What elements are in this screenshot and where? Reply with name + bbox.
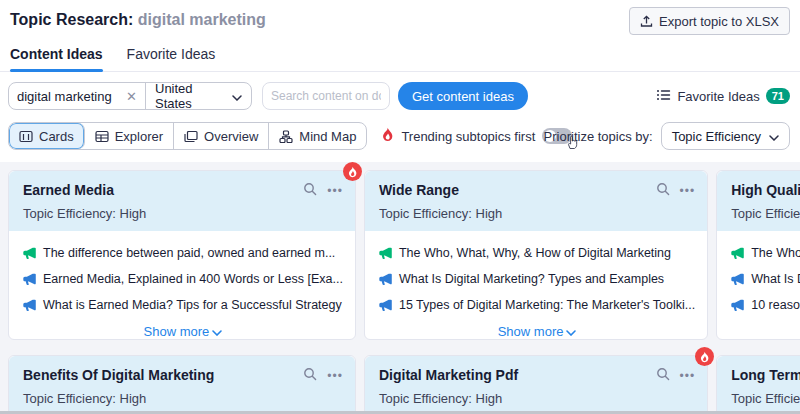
view-mind-map[interactable]: Mind Map (269, 123, 366, 149)
prioritize-value: Topic Efficiency (672, 129, 761, 144)
flame-icon (381, 127, 394, 145)
search-icon[interactable] (656, 182, 670, 200)
more-actions-icon[interactable]: ••• (327, 186, 343, 196)
get-content-ideas-button[interactable]: Get content ideas (398, 82, 528, 110)
tab-content-ideas[interactable]: Content Ideas (10, 46, 103, 71)
export-label: Export topic to XLSX (659, 14, 779, 29)
idea-text: 15 Types of Digital Marketing: The Marke… (399, 298, 695, 312)
view-explorer-label: Explorer (115, 129, 163, 144)
favorite-ideas-label: Favorite Ideas (677, 89, 759, 104)
search-icon[interactable] (303, 367, 317, 385)
cards-grid: Earned Media ••• Topic Efficiency: High … (8, 170, 792, 414)
list-icon (657, 89, 671, 104)
domain-search-input[interactable] (262, 82, 390, 110)
overview-view-icon (184, 130, 198, 143)
view-cards[interactable]: Cards (9, 123, 85, 149)
view-cards-label: Cards (39, 129, 74, 144)
trending-flame-badge (343, 162, 362, 181)
card-header: Benefits Of Digital Marketing ••• Topic … (9, 356, 355, 414)
show-more-link[interactable]: Show more (731, 324, 800, 339)
card-header: Earned Media ••• Topic Efficiency: High (9, 171, 355, 231)
export-button[interactable]: Export topic to XLSX (629, 7, 790, 35)
query-group: ✕ United States (8, 82, 252, 110)
card-title: Benefits Of Digital Marketing (23, 367, 303, 383)
controls-row: Cards Explorer Overview (8, 122, 792, 150)
card-efficiency: Topic Efficiency: High (23, 206, 343, 221)
cards-view-icon (19, 130, 33, 143)
megaphone-icon (379, 272, 392, 288)
cards-area: Earned Media ••• Topic Efficiency: High … (0, 162, 800, 414)
idea-text: Earned Media, Explained in 400 Words or … (43, 272, 343, 286)
card-title: High Quality (731, 182, 800, 198)
explorer-view-icon (95, 130, 109, 143)
view-overview-label: Overview (204, 129, 258, 144)
trending-flame-badge (695, 347, 714, 366)
show-more-label: Show more (498, 324, 564, 339)
card-body: The Who, What, Why, & How of Digital Mar… (365, 231, 707, 349)
query-input-wrap: ✕ (9, 83, 146, 109)
export-icon (640, 15, 653, 28)
more-actions-icon[interactable]: ••• (680, 371, 696, 381)
megaphone-icon (731, 298, 744, 314)
idea-item[interactable]: Earned Media, Explained in 400 Words or … (23, 272, 343, 288)
idea-item[interactable]: What Is Digital Marketing? Types and Exa… (379, 272, 695, 288)
view-explorer[interactable]: Explorer (85, 123, 174, 149)
idea-text: What Is Digital Marketing? Types and Exa… (751, 272, 800, 286)
card-efficiency: Topic Efficiency: High (379, 391, 695, 406)
region-select[interactable]: United States (146, 83, 251, 109)
idea-item[interactable]: The Who, What, Why, & How of Digital Mar… (731, 246, 800, 262)
main-tabs: Content Ideas Favorite Ideas (0, 46, 800, 72)
card-efficiency: Topic Efficiency: High (23, 391, 343, 406)
favorite-ideas-link[interactable]: Favorite Ideas 71 (657, 88, 790, 104)
view-mind-map-label: Mind Map (299, 129, 356, 144)
topic-card: High Quality ••• Topic Efficiency: High … (716, 170, 800, 340)
clear-query-icon[interactable]: ✕ (126, 90, 137, 103)
view-overview[interactable]: Overview (174, 123, 269, 149)
page-title-prefix: Topic Research: (10, 11, 133, 28)
search-icon[interactable] (656, 367, 670, 385)
megaphone-icon (731, 246, 744, 262)
topic-query-input[interactable] (17, 89, 126, 104)
card-title: Earned Media (23, 182, 303, 198)
topic-card: Digital Marketing Pdf ••• Topic Efficien… (364, 355, 708, 414)
card-actions: ••• (303, 367, 343, 385)
card-body: The difference between paid, owned and e… (9, 231, 355, 349)
megaphone-icon (379, 298, 392, 314)
topic-card: Earned Media ••• Topic Efficiency: High … (8, 170, 356, 340)
idea-item[interactable]: 15 Types of Digital Marketing: The Marke… (379, 298, 695, 314)
mind-map-view-icon (279, 130, 293, 143)
megaphone-icon (731, 272, 744, 288)
show-more-link[interactable]: Show more (23, 324, 343, 339)
more-actions-icon[interactable]: ••• (327, 371, 343, 381)
more-actions-icon[interactable]: ••• (680, 186, 696, 196)
idea-item[interactable]: 10 reasons you need a digital marketing … (731, 298, 800, 314)
idea-text: What is Earned Media? Tips for a Success… (43, 298, 342, 312)
idea-item[interactable]: The difference between paid, owned and e… (23, 246, 343, 262)
idea-item[interactable]: The Who, What, Why, & How of Digital Mar… (379, 246, 695, 262)
card-efficiency: Topic Efficiency: High (379, 206, 695, 221)
show-more-link[interactable]: Show more (379, 324, 695, 339)
card-actions: ••• (656, 182, 696, 200)
megaphone-icon (23, 246, 36, 262)
app-header: Topic Research: digital marketing Export… (0, 0, 800, 29)
idea-text: The Who, What, Why, & How of Digital Mar… (751, 246, 800, 260)
card-header: High Quality ••• Topic Efficiency: High (717, 171, 800, 231)
idea-text: The difference between paid, owned and e… (43, 246, 335, 260)
card-title: Long Term (731, 367, 800, 383)
card-efficiency: Topic Efficiency: High (731, 206, 800, 221)
trending-label: Trending subtopics first (401, 129, 535, 144)
prioritize-label: Prioritize topics by: (544, 129, 653, 144)
prioritize-control: Prioritize topics by: Topic Efficiency (544, 122, 790, 150)
card-body: The Who, What, Why, & How of Digital Mar… (717, 231, 800, 349)
tab-favorite-ideas[interactable]: Favorite Ideas (127, 46, 216, 71)
show-more-label: Show more (144, 324, 210, 339)
search-icon[interactable] (303, 182, 317, 200)
megaphone-icon (23, 272, 36, 288)
card-header: Wide Range ••• Topic Efficiency: High (365, 171, 707, 231)
idea-item[interactable]: What is Earned Media? Tips for a Success… (23, 298, 343, 314)
prioritize-select[interactable]: Topic Efficiency (661, 122, 790, 150)
page-title-query: digital marketing (138, 11, 266, 28)
topic-card: Wide Range ••• Topic Efficiency: High Th… (364, 170, 708, 340)
idea-item[interactable]: What Is Digital Marketing? Types and Exa… (731, 272, 800, 288)
megaphone-icon (23, 298, 36, 314)
